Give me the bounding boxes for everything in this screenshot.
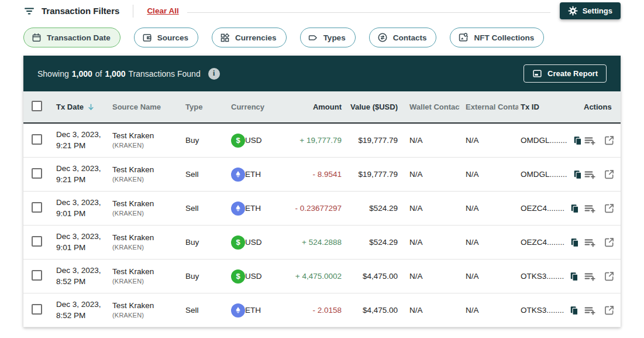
create-report-label: Create Report <box>547 69 598 78</box>
external-link-icon <box>604 203 615 214</box>
copy-tx-id-button[interactable] <box>570 203 580 214</box>
tx-id-text: OMDGL........ <box>521 170 567 179</box>
chip-transaction-date[interactable]: Transaction Date <box>23 28 120 47</box>
header-tx-id[interactable]: Tx ID <box>518 103 584 111</box>
clear-all-link[interactable]: Clear All <box>147 6 178 15</box>
playlist-add-icon <box>584 237 595 248</box>
type-cell: Buy <box>175 238 216 247</box>
add-note-button[interactable] <box>584 237 595 248</box>
dollar-icon: $ <box>236 272 240 281</box>
copy-icon <box>570 203 580 214</box>
select-all-checkbox[interactable] <box>32 101 42 111</box>
copy-icon <box>570 237 580 248</box>
table-row: Dec 3, 2023, 9:01 PM Test Kraken (KRAKEN… <box>23 192 621 226</box>
currency-cell: $ ETH <box>216 168 281 182</box>
tx-date-cell: Dec 3, 2023, 9:21 PM <box>49 129 106 152</box>
chip-label: Contacts <box>393 33 427 42</box>
currency-cell: $ USD <box>216 134 281 148</box>
ethereum-icon <box>234 306 242 315</box>
coin-icon: $ <box>231 202 245 216</box>
source-name: Test Kraken <box>112 301 175 311</box>
chip-types[interactable]: Types <box>300 28 356 47</box>
add-note-button[interactable] <box>584 169 595 180</box>
add-note-button[interactable] <box>584 203 595 214</box>
create-report-button[interactable]: Create Report <box>524 64 607 83</box>
playlist-add-icon <box>584 203 595 214</box>
copy-tx-id-button[interactable] <box>569 305 579 316</box>
add-note-button[interactable] <box>584 271 595 282</box>
wallet-icon <box>142 33 152 43</box>
coin-icon: $ <box>231 168 245 182</box>
results-found: Transactions Found <box>128 69 200 78</box>
row-checkbox[interactable] <box>32 134 42 145</box>
results-showing: Showing <box>37 69 69 78</box>
info-icon[interactable]: i <box>208 68 220 80</box>
tx-id-cell: OTKS3........ <box>518 271 584 282</box>
settings-label: Settings <box>583 6 612 15</box>
chip-contacts[interactable]: Contacts <box>369 28 437 47</box>
add-note-button[interactable] <box>584 135 595 146</box>
gear-icon <box>568 6 578 16</box>
value-usd-cell: $524.29 <box>345 204 401 213</box>
source-subtitle: (KRAKEN) <box>112 243 175 252</box>
source-subtitle: (KRAKEN) <box>112 141 175 150</box>
header-wallet-contact[interactable]: Wallet Contact <box>401 103 460 111</box>
row-checkbox[interactable] <box>32 202 42 213</box>
chip-sources[interactable]: Sources <box>134 28 198 47</box>
currency-cell: $ USD <box>216 235 281 250</box>
row-checkbox-cell <box>23 202 49 214</box>
header-tx-date[interactable]: Tx Date <box>49 103 106 111</box>
open-transaction-button[interactable] <box>604 237 615 248</box>
type-cell: Sell <box>175 204 216 213</box>
coin-icon: $ <box>231 269 245 284</box>
chip-currencies[interactable]: Currencies <box>212 28 287 47</box>
row-checkbox[interactable] <box>32 168 42 179</box>
actions-cell <box>584 169 621 180</box>
filter-list-icon <box>23 5 35 17</box>
tx-date-line2: 9:01 PM <box>56 209 106 220</box>
header-source-name[interactable]: Source Name <box>106 103 175 111</box>
playlist-add-icon <box>584 135 595 146</box>
tx-date-line1: Dec 3, 2023, <box>56 231 106 243</box>
row-checkbox-cell <box>23 236 49 248</box>
actions-cell <box>584 135 621 146</box>
header-value-usd[interactable]: Value ($USD) <box>345 103 401 111</box>
value-usd-cell: $19,777.79 <box>345 170 401 179</box>
open-transaction-button[interactable] <box>604 305 615 316</box>
external-link-icon <box>604 271 615 282</box>
chip-nft-collections[interactable]: NFT Collections <box>450 28 544 47</box>
row-checkbox[interactable] <box>32 304 42 315</box>
header-currency[interactable]: Currency <box>216 103 281 111</box>
type-cell: Sell <box>175 170 216 179</box>
source-subtitle: (KRAKEN) <box>112 277 175 286</box>
table-row: Dec 3, 2023, 8:52 PM Test Kraken (KRAKEN… <box>23 260 621 293</box>
tx-date-cell: Dec 3, 2023, 9:01 PM <box>49 197 106 220</box>
copy-tx-id-button[interactable] <box>573 169 583 180</box>
external-contact-cell: N/A <box>460 136 518 145</box>
external-link-icon <box>604 237 615 248</box>
row-checkbox[interactable] <box>32 270 42 281</box>
amount-cell: + 4,475.0002 <box>281 272 345 281</box>
results-shown-count: 1,000 <box>72 69 92 78</box>
header-amount[interactable]: Amount <box>281 103 345 111</box>
currency-code: ETH <box>245 306 261 315</box>
open-transaction-button[interactable] <box>604 203 615 214</box>
copy-tx-id-button[interactable] <box>573 135 583 146</box>
horizontal-rule <box>187 12 550 13</box>
amount-cell: - 8.9541 <box>281 170 345 179</box>
open-transaction-button[interactable] <box>604 169 615 180</box>
type-cell: Buy <box>175 136 216 145</box>
add-note-button[interactable] <box>584 305 595 316</box>
row-checkbox[interactable] <box>32 236 42 247</box>
open-transaction-button[interactable] <box>604 135 615 146</box>
open-transaction-button[interactable] <box>604 271 615 282</box>
header-type[interactable]: Type <box>175 103 216 111</box>
settings-button[interactable]: Settings <box>560 2 621 19</box>
header-external-contact[interactable]: External Contact <box>460 103 518 111</box>
source-subtitle: (KRAKEN) <box>112 175 175 184</box>
copy-tx-id-button[interactable] <box>570 237 580 248</box>
currency-code: ETH <box>245 204 261 213</box>
row-checkbox-cell <box>23 304 49 316</box>
copy-tx-id-button[interactable] <box>569 271 579 282</box>
external-link-icon <box>604 305 615 316</box>
